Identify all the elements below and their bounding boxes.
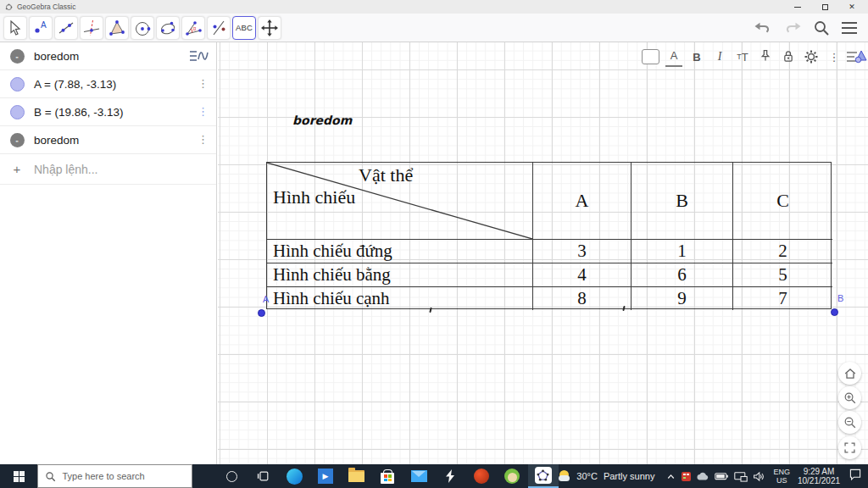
table-value: 9 — [632, 287, 733, 310]
column-header: A — [533, 163, 632, 240]
start-button[interactable] — [0, 464, 37, 488]
redo-icon — [783, 20, 802, 36]
algebra-row-text-2[interactable]: ” boredom ⋮ — [0, 126, 216, 154]
algebra-style-button[interactable] — [187, 46, 209, 69]
security-tray-icon[interactable] — [682, 472, 691, 481]
redo-button[interactable] — [783, 20, 802, 36]
taskbar-app-edge[interactable] — [279, 464, 310, 488]
task-view-icon — [257, 469, 270, 483]
language-line1: ENG — [773, 468, 790, 476]
weather-widget[interactable]: 30°C Partly sunny — [559, 470, 654, 482]
point-tool-button[interactable]: A — [29, 16, 53, 40]
store-icon — [381, 473, 394, 484]
fullscreen-icon — [843, 441, 856, 454]
circle-tool-button[interactable] — [131, 16, 154, 40]
angle-icon: α — [184, 19, 203, 37]
lock-button[interactable] — [780, 47, 797, 67]
angle-tool-button[interactable]: α — [181, 16, 205, 40]
perpendicular-line-tool-button[interactable] — [80, 16, 103, 40]
command-input[interactable]: Nhập lệnh... — [34, 163, 98, 176]
row-menu-button[interactable]: ⋮ — [198, 133, 206, 146]
graphics-view[interactable]: A B I TT ⋮ boredom Vật thể Hình — [218, 42, 868, 464]
speaker-icon[interactable] — [753, 471, 765, 482]
taskbar-app-geogebra-active[interactable] — [528, 464, 559, 488]
pin-button[interactable] — [757, 47, 774, 67]
text-object-icon[interactable]: ” — [10, 49, 25, 64]
text-size-button[interactable]: TT — [734, 47, 751, 67]
undo-button[interactable] — [754, 20, 772, 36]
algebra-row-label: B = (19.86, -3.13) — [34, 106, 123, 119]
conic-tool-button[interactable] — [156, 16, 180, 40]
battery-icon[interactable] — [715, 471, 729, 481]
bold-button[interactable]: B — [688, 47, 705, 67]
svg-text:α: α — [193, 25, 197, 30]
text-background-color-button[interactable] — [642, 49, 659, 64]
row-menu-button[interactable]: ⋮ — [198, 105, 206, 118]
projection-table-image[interactable]: Vật thể Hình chiếu A B C Hình chiếu đứng… — [266, 162, 832, 309]
green-app-icon — [504, 469, 520, 484]
taskbar-app-file-explorer[interactable] — [341, 464, 372, 488]
table-value: 2 — [733, 240, 832, 263]
action-center-icon — [849, 468, 862, 481]
language-indicator[interactable]: ENG US — [773, 468, 790, 485]
italic-button[interactable]: I — [711, 47, 728, 67]
gear-icon — [803, 48, 820, 65]
mail-icon — [411, 470, 427, 482]
taskbar-app-mail[interactable] — [403, 464, 435, 488]
point-B[interactable] — [831, 308, 838, 316]
move-tool-button[interactable] — [3, 16, 27, 40]
cast-display-icon[interactable] — [734, 471, 748, 482]
canvas-text-object[interactable]: boredom — [292, 114, 352, 127]
algebra-input-row[interactable]: + Nhập lệnh... — [0, 154, 216, 185]
stylebar-toggle-button[interactable] — [845, 47, 867, 69]
home-button[interactable] — [838, 362, 861, 385]
polygon-tool-button[interactable] — [105, 16, 129, 40]
partly-sunny-icon — [559, 470, 570, 482]
minimize-button[interactable] — [793, 3, 802, 11]
action-center-button[interactable] — [849, 468, 862, 485]
row-menu-button[interactable]: ⋮ — [198, 77, 206, 90]
search-icon — [813, 19, 830, 36]
add-icon: + — [14, 162, 21, 176]
show-hidden-icons-chevron[interactable] — [665, 471, 676, 482]
cortana-button[interactable] — [216, 464, 248, 488]
settings-button[interactable] — [803, 47, 820, 67]
taskbar-clock[interactable]: 9:29 AM 10/21/2021 — [798, 467, 840, 485]
zoom-out-button[interactable] — [838, 411, 861, 434]
table-value: 3 — [533, 240, 632, 263]
point-A[interactable] — [258, 309, 265, 317]
taskbar-app-store[interactable] — [372, 464, 403, 488]
move-view-icon — [260, 19, 279, 37]
task-view-button[interactable] — [248, 464, 279, 488]
algebra-row-point-B[interactable]: B = (19.86, -3.13) ⋮ — [0, 98, 216, 126]
undo-icon — [754, 20, 772, 36]
text-tool-button[interactable]: ABC — [232, 16, 256, 40]
orange-app-icon — [474, 469, 489, 484]
more-options-button[interactable]: ⋮ — [826, 47, 843, 67]
taskbar-app-green[interactable] — [497, 464, 528, 488]
onedrive-cloud-icon[interactable] — [696, 471, 709, 481]
line-tool-button[interactable] — [54, 16, 78, 40]
move-graphics-view-tool-button[interactable] — [258, 16, 281, 40]
taskbar-app-movies-tv[interactable]: ▶ — [310, 464, 342, 488]
row-label: Hình chiếu cạnh — [267, 287, 533, 310]
stylebar-toggle-icon — [845, 47, 867, 66]
algebra-row-point-A[interactable]: A = (7.88, -3.13) ⋮ — [0, 70, 216, 98]
text-object-icon[interactable]: ” — [10, 133, 25, 147]
text-color-button[interactable]: A — [665, 47, 682, 67]
taskbar-app-orange[interactable] — [465, 464, 497, 488]
search-button[interactable] — [813, 19, 830, 36]
taskbar-app-lightning[interactable] — [434, 464, 465, 488]
maximize-button[interactable] — [821, 3, 829, 11]
point-visibility-toggle[interactable] — [10, 77, 25, 92]
taskbar-search-box[interactable]: Type here to search — [37, 464, 192, 488]
point-visibility-toggle[interactable] — [10, 105, 25, 119]
zoom-in-button[interactable] — [838, 386, 861, 409]
algebra-view: ” boredom A = (7.88, -3.13) ⋮ B = (19.86… — [0, 42, 217, 464]
main-menu-button[interactable] — [841, 21, 858, 35]
close-button[interactable]: ✕ — [848, 3, 856, 11]
reflection-tool-button[interactable] — [207, 16, 231, 40]
fullscreen-button[interactable] — [838, 436, 861, 459]
algebra-row-text-1[interactable]: ” boredom — [0, 42, 216, 70]
line-icon — [57, 19, 75, 37]
